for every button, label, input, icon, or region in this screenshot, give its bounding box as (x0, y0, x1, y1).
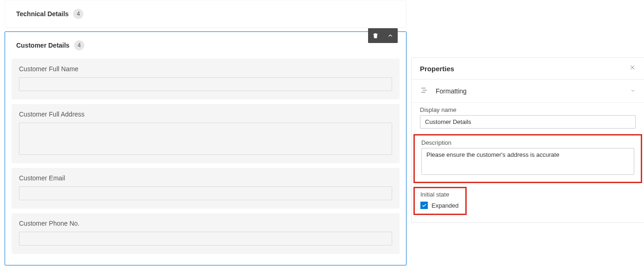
description-input[interactable] (421, 148, 634, 175)
field-label: Customer Email (19, 174, 392, 182)
section-customer-details[interactable]: Customer Details 4 Customer Full Name Cu… (5, 31, 406, 265)
delete-button[interactable] (368, 28, 383, 43)
trash-icon (372, 32, 379, 39)
section-header[interactable]: Technical Details 4 (5, 0, 406, 27)
description-highlight: Description (413, 134, 642, 183)
field-customer-full-address[interactable]: Customer Full Address (12, 104, 400, 163)
close-button[interactable] (629, 64, 636, 73)
field-label: Customer Phone No. (19, 220, 392, 227)
close-icon (629, 64, 636, 71)
field-label: Customer Full Name (19, 65, 392, 73)
field-customer-full-name[interactable]: Customer Full Name (12, 59, 400, 99)
check-icon (421, 203, 427, 208)
section-header[interactable]: Customer Details 4 (5, 32, 406, 59)
field-input[interactable] (19, 77, 392, 91)
fields-container: Customer Full Name Customer Full Address… (5, 59, 406, 265)
field-count-badge: 4 (74, 40, 84, 50)
section-technical-details[interactable]: Technical Details 4 (5, 0, 406, 28)
section-title: Customer Details (16, 42, 69, 49)
display-name-input[interactable] (420, 115, 636, 129)
field-input[interactable] (19, 123, 392, 155)
field-count-badge: 4 (73, 9, 83, 19)
properties-panel: Properties Formatting (411, 57, 644, 223)
expanded-label: Expanded (431, 202, 459, 209)
field-customer-phone[interactable]: Customer Phone No. (12, 213, 400, 254)
chevron-down-icon (630, 87, 636, 95)
initial-state-highlight: Initial state Expanded (413, 187, 467, 215)
field-input[interactable] (19, 232, 392, 246)
field-label: Customer Full Address (19, 111, 392, 118)
collapse-button[interactable] (383, 28, 398, 43)
display-name-row: Display name (412, 103, 644, 132)
properties-title: Properties (420, 65, 454, 73)
field-customer-email[interactable]: Customer Email (12, 168, 400, 209)
field-input[interactable] (19, 186, 392, 200)
section-title: Technical Details (16, 10, 69, 18)
expanded-checkbox[interactable] (420, 202, 428, 209)
formatting-icon (420, 86, 428, 96)
chevron-up-icon (387, 32, 394, 39)
initial-state-label: Initial state (420, 191, 459, 198)
description-label: Description (421, 139, 634, 146)
properties-header: Properties (412, 58, 644, 80)
expanded-checkbox-row[interactable]: Expanded (420, 202, 459, 209)
section-toolbar (368, 28, 398, 43)
formatting-accordion[interactable]: Formatting (412, 80, 644, 103)
formatting-label: Formatting (436, 87, 630, 95)
display-name-label: Display name (420, 106, 636, 113)
